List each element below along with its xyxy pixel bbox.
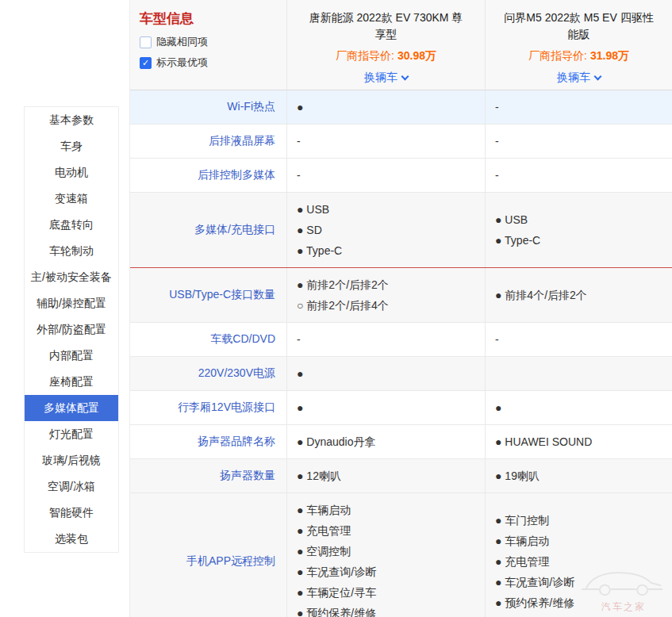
config-value-line: ● 空调控制 [297, 541, 482, 561]
config-value-line: - [495, 97, 669, 117]
sidebar-item-11[interactable]: 多媒体配置 [25, 395, 118, 421]
config-cell-car2: - [485, 125, 672, 158]
config-table-body: Wi-Fi热点●-后排液晶屏幕--后排控制多媒体--多媒体/充电接口● USB●… [130, 90, 672, 617]
table-row: 多媒体/充电接口● USB● SD● Type-C● USB● Type-C [130, 193, 672, 268]
sidebar-item-13[interactable]: 玻璃/后视镜 [25, 447, 118, 473]
sidebar-item-16[interactable]: 选装包 [25, 526, 118, 552]
config-cell-car1: ● 12喇叭 [286, 459, 485, 492]
row-label-link[interactable]: Wi-Fi热点 [130, 90, 286, 124]
row-label-link[interactable]: 手机APP远程控制 [130, 493, 286, 617]
chevron-down-icon [401, 73, 409, 81]
config-value-line: - [297, 165, 482, 186]
sidebar-item-10[interactable]: 座椅配置 [25, 369, 118, 395]
sidebar-item-0[interactable]: 基本参数 [25, 107, 118, 133]
checkbox-unchecked-icon[interactable] [140, 36, 152, 48]
row-label-link[interactable]: 220V/230V电源 [130, 357, 286, 390]
sidebar-item-7[interactable]: 辅助/操控配置 [25, 290, 118, 316]
row-label-link[interactable]: 扬声器品牌名称 [130, 425, 286, 458]
table-row: 扬声器数量● 12喇叭● 19喇叭 [130, 459, 672, 493]
row-label-link[interactable]: 多媒体/充电接口 [130, 193, 286, 267]
config-value-line: ● 充电管理 [495, 551, 669, 572]
sidebar-item-4[interactable]: 底盘转向 [25, 212, 118, 238]
table-row: 行李厢12V电源接口●● [130, 391, 672, 425]
config-value-line: - [495, 165, 669, 186]
mark-best-label: 标示最优项 [156, 56, 208, 70]
config-value-line: ● [495, 397, 669, 418]
hide-same-label: 隐藏相同项 [156, 35, 208, 49]
mark-best-checkbox[interactable]: ✓ 标示最优项 [140, 56, 286, 70]
table-row: USB/Type-C接口数量● 前排2个/后排2个○ 前排2个/后排4个● 前排… [130, 268, 672, 323]
change-car-label: 换辆车 [557, 71, 590, 85]
table-row: 扬声器品牌名称● Dynaudio丹拿● HUAWEI SOUND [130, 425, 672, 459]
table-row: 后排控制多媒体-- [130, 159, 672, 193]
car-1-price: 厂商指导价:30.98万 [336, 49, 436, 63]
config-value-line: ● SD [297, 220, 482, 240]
price-label: 厂商指导价: [528, 49, 587, 62]
config-value-line: ● 充电管理 [297, 520, 482, 541]
sidebar-item-2[interactable]: 电动机 [25, 159, 118, 186]
config-value-line: - [297, 131, 482, 151]
config-value-line: ● [297, 397, 482, 418]
car-2-name[interactable]: 问界M5 2022款 M5 EV 四驱性能版 [503, 10, 655, 43]
config-value-line: - [297, 329, 482, 350]
config-cell-car2: ● 前排4个/后排2个 [485, 268, 672, 322]
sidebar-item-12[interactable]: 灯光配置 [25, 421, 118, 447]
config-value-line: ● Dynaudio丹拿 [297, 431, 482, 452]
page-title: 车型信息 [140, 10, 286, 28]
config-cell-car2: ● USB● Type-C [485, 193, 672, 267]
table-header: 车型信息 隐藏相同项 ✓ 标示最优项 唐新能源 2022款 EV 730KM 尊… [130, 0, 672, 90]
sidebar-item-5[interactable]: 车轮制动 [25, 238, 118, 264]
config-value-line: ● 车辆定位/寻车 [297, 582, 482, 603]
config-value-line: - [495, 131, 669, 151]
change-car-link-2[interactable]: 换辆车 [557, 71, 601, 85]
sidebar-item-1[interactable]: 车身 [25, 133, 118, 159]
compare-table: 车型信息 隐藏相同项 ✓ 标示最优项 唐新能源 2022款 EV 730KM 尊… [129, 0, 672, 617]
config-cell-car1: ● 车辆启动● 充电管理● 空调控制● 车况查询/诊断● 车辆定位/寻车● 预约… [286, 493, 485, 617]
sidebar: 基本参数车身电动机变速箱底盘转向车轮制动主/被动安全装备辅助/操控配置外部/防盗… [24, 106, 119, 553]
sidebar-item-15[interactable]: 智能硬件 [25, 500, 118, 526]
config-cell-car2: ● 车门控制● 车辆启动● 充电管理● 车况查询/诊断● 预约保养/维修 [485, 493, 672, 617]
model-info-cell: 车型信息 隐藏相同项 ✓ 标示最优项 [130, 0, 286, 90]
sidebar-item-14[interactable]: 空调/冰箱 [25, 473, 118, 500]
config-value-line: ● 前排4个/后排2个 [495, 285, 669, 305]
change-car-link-1[interactable]: 换辆车 [364, 71, 408, 85]
config-cell-car2: ● 19喇叭 [485, 459, 672, 492]
config-cell-car1: ● Dynaudio丹拿 [286, 425, 485, 458]
row-label-link[interactable]: 行李厢12V电源接口 [130, 391, 286, 424]
config-cell-car1: - [286, 159, 485, 192]
config-cell-car2: ● HUAWEI SOUND [485, 425, 672, 458]
config-value-line: ● 车辆启动 [495, 531, 669, 551]
row-label-link[interactable]: 车载CD/DVD [130, 323, 286, 356]
config-cell-car2 [485, 357, 672, 390]
config-value-line: ● [297, 363, 482, 384]
car-2-price: 厂商指导价:31.98万 [528, 49, 629, 63]
table-row: 后排液晶屏幕-- [130, 125, 672, 159]
config-value-line: ● 车况查询/诊断 [297, 561, 482, 582]
config-value-line: ● 预约保养/维修 [297, 603, 482, 617]
row-label-link[interactable]: 后排控制多媒体 [130, 159, 286, 192]
checkbox-checked-icon[interactable]: ✓ [140, 57, 152, 69]
config-value-line: ● 车门控制 [495, 510, 669, 531]
price-value: 30.98万 [397, 49, 436, 62]
sidebar-item-8[interactable]: 外部/防盗配置 [25, 316, 118, 343]
price-value: 31.98万 [590, 49, 629, 62]
chevron-down-icon [594, 73, 602, 81]
car-1-name[interactable]: 唐新能源 2022款 EV 730KM 尊享型 [305, 10, 467, 43]
row-label-link[interactable]: 后排液晶屏幕 [130, 125, 286, 158]
car-compare-page: 基本参数车身电动机变速箱底盘转向车轮制动主/被动安全装备辅助/操控配置外部/防盗… [0, 0, 672, 617]
config-value-line: ● 前排2个/后排2个 [297, 274, 482, 295]
table-row: Wi-Fi热点●- [130, 90, 672, 125]
sidebar-item-9[interactable]: 内部配置 [25, 343, 118, 369]
row-label-link[interactable]: USB/Type-C接口数量 [130, 268, 286, 322]
car-header-2: 问界M5 2022款 M5 EV 四驱性能版 厂商指导价:31.98万 换辆车 [485, 0, 672, 90]
config-cell-car1: - [286, 125, 485, 158]
config-value-line: ○ 前排2个/后排4个 [297, 295, 482, 316]
hide-same-checkbox[interactable]: 隐藏相同项 [140, 35, 286, 49]
config-value-line: ● 预约保养/维修 [495, 592, 669, 613]
sidebar-item-6[interactable]: 主/被动安全装备 [25, 264, 118, 290]
row-label-link[interactable]: 扬声器数量 [130, 459, 286, 492]
config-value-line: ● 12喇叭 [297, 466, 482, 486]
sidebar-item-3[interactable]: 变速箱 [25, 186, 118, 212]
config-cell-car2: - [485, 159, 672, 192]
config-value-line: ● HUAWEI SOUND [495, 431, 669, 452]
